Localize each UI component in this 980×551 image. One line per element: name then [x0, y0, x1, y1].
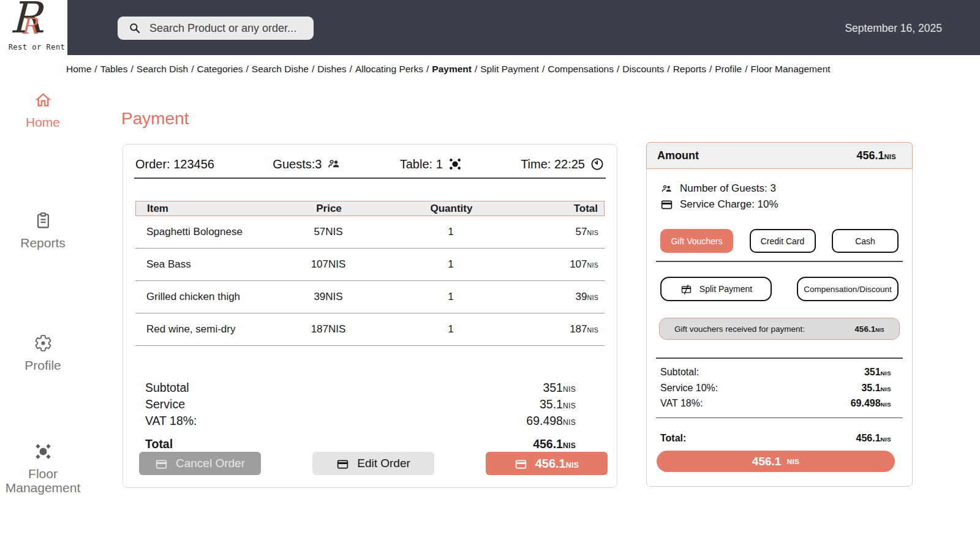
split-card-icon — [680, 283, 693, 296]
total-value: 456.1NIS — [533, 437, 576, 453]
breadcrumb-item-reports[interactable]: Reports — [673, 64, 706, 74]
top-bar: September 16, 2025 — [67, 0, 980, 55]
column-header-total: Total — [503, 203, 604, 215]
order-table: Table: 1 — [400, 157, 462, 171]
guests-info-text: Number of Guests: 3 — [680, 181, 776, 197]
credit-card-icon — [514, 458, 527, 469]
subtotal-row: Subtotal 351NIS — [132, 380, 608, 397]
column-header-price: Price — [258, 203, 399, 215]
breadcrumb-item-allocating-perks[interactable]: Allocating Perks — [355, 64, 423, 74]
sidebar-item-home[interactable]: Home — [0, 91, 86, 129]
breadcrumb-separator: / — [667, 64, 669, 74]
cash-button[interactable]: Cash — [832, 229, 899, 253]
breadcrumb-item-search-dishe[interactable]: Search Dishe — [252, 64, 309, 74]
sidebar-item-label: Floor Management — [0, 467, 86, 495]
breadcrumb-item-payment[interactable]: Payment — [432, 64, 472, 74]
breadcrumb-item-categories[interactable]: Categories — [197, 64, 243, 74]
item-quantity: 1 — [399, 291, 503, 303]
compensation-discount-button[interactable]: Compensation/Discount — [797, 277, 899, 301]
breadcrumb-item-home[interactable]: Home — [66, 64, 91, 74]
breadcrumb-separator: / — [617, 64, 619, 74]
credit-card-icon — [660, 198, 673, 211]
table-row: Sea Bass 107NIS 1 107NIS — [135, 249, 605, 281]
breadcrumb-item-profile[interactable]: Profile — [715, 64, 742, 74]
service-row: Service 35.1NIS — [132, 397, 608, 413]
pay-amount: 456.1NIS — [535, 457, 579, 471]
service-charge-line: Service Charge: 10% — [660, 197, 899, 212]
table-icon — [448, 157, 462, 171]
split-payment-button[interactable]: Split Payment — [660, 277, 772, 301]
search-icon — [129, 22, 141, 34]
gift-vouchers-button[interactable]: Gift Vouchers — [660, 229, 733, 253]
subtotal-row: Subtotal: 351NIS — [660, 365, 899, 381]
credit-card-icon — [336, 458, 349, 469]
table-row: Grilled chicken thigh 39NIS 1 39NIS — [135, 281, 605, 313]
amount-totals: Subtotal: 351NIS Service 10%: 35.1NIS VA… — [660, 365, 899, 412]
guests-icon — [660, 182, 673, 195]
column-header-quantity: Quantity — [399, 203, 503, 215]
item-total: 187NIS — [503, 323, 605, 335]
total-row: Total 456.1NIS — [132, 437, 608, 453]
amount-body: Number of Guests: 3 Service Charge: 10% … — [647, 181, 912, 447]
guests-label: Guests:3 — [273, 157, 322, 171]
vat-value: 69.498NIS — [526, 413, 576, 430]
clock-icon — [590, 157, 605, 171]
breadcrumb-separator: / — [426, 64, 429, 74]
breadcrumb-separator: / — [130, 64, 133, 74]
breadcrumb-item-search-dish[interactable]: Search Dish — [137, 64, 188, 74]
sidebar-item-profile[interactable]: Profile — [0, 334, 86, 372]
divider — [656, 261, 903, 262]
edit-order-button[interactable]: Edit Order — [312, 452, 434, 475]
item-price: 39NIS — [258, 291, 399, 303]
search-input[interactable] — [149, 22, 306, 35]
sidebar-item-reports[interactable]: Reports — [0, 211, 86, 250]
vat-row: VAT 18%: 69.498NIS — [660, 396, 899, 412]
breadcrumb-separator: / — [246, 64, 249, 74]
breadcrumb-item-split-payment[interactable]: Split Payment — [480, 64, 539, 74]
item-quantity: 1 — [399, 323, 503, 335]
breadcrumb-item-discounts[interactable]: Discounts — [622, 64, 664, 74]
table-label: Table: 1 — [400, 157, 443, 171]
breadcrumb-item-tables[interactable]: Tables — [100, 64, 128, 74]
service-label: Service 10%: — [660, 381, 718, 395]
order-guests: Guests:3 — [273, 157, 341, 171]
item-total: 57NIS — [503, 226, 605, 238]
subtotal-value: 351NIS — [543, 380, 576, 397]
order-time: Time: 22:25 — [521, 157, 605, 171]
amount-panel: Amount 456.1NIS Number of Guests: 3 Serv… — [646, 142, 913, 487]
order-number-label: Order: 123456 — [135, 157, 214, 171]
item-price: 187NIS — [258, 323, 399, 335]
order-actions: Cancel Order Edit Order 456.1NIS — [139, 452, 608, 475]
brand-logo[interactable]: R R Rest or Rent — [0, 0, 67, 56]
breadcrumb: Home/Tables/Search Dish/Categories/Searc… — [66, 64, 831, 75]
confirm-payment-button[interactable]: 456.1 NIS — [657, 451, 895, 472]
total-label: Total — [145, 437, 173, 451]
breadcrumb-separator: / — [475, 64, 477, 74]
cancel-order-button[interactable]: Cancel Order — [139, 452, 261, 475]
divider — [656, 418, 903, 419]
current-date: September 16, 2025 — [845, 22, 942, 35]
breadcrumb-separator: / — [745, 64, 747, 74]
table-row: Red wine, semi-dry 187NIS 1 187NIS — [135, 313, 605, 346]
order-summary: Subtotal 351NIS Service 35.1NIS VAT 18%:… — [132, 380, 608, 453]
breadcrumb-item-floor-management[interactable]: Floor Management — [750, 64, 830, 74]
search-box[interactable] — [118, 17, 314, 40]
order-header: Order: 123456 Guests:3 Table: 1 Time: 22… — [135, 157, 605, 171]
time-label: Time: 22:25 — [521, 157, 585, 171]
sidebar-item-floor-management[interactable]: Floor Management — [0, 442, 86, 495]
grand-total-label: Total: — [660, 431, 686, 446]
service-label: Service — [145, 397, 185, 411]
item-name: Grilled chicken thigh — [135, 291, 258, 303]
breadcrumb-separator: / — [350, 64, 352, 74]
voucher-value: 456.1NIS — [854, 324, 884, 334]
gear-icon — [34, 334, 53, 353]
amount-title: Amount — [657, 149, 699, 162]
breadcrumb-item-dishes[interactable]: Dishes — [317, 64, 346, 74]
breadcrumb-item-compensations[interactable]: Compensations — [548, 64, 614, 74]
breadcrumb-separator: / — [542, 64, 545, 74]
credit-card-button[interactable]: Credit Card — [750, 229, 816, 253]
item-name: Red wine, semi-dry — [135, 323, 258, 335]
sidebar-item-label: Reports — [20, 236, 66, 250]
pay-order-button[interactable]: 456.1NIS — [486, 452, 608, 475]
order-number: Order: 123456 — [135, 157, 214, 171]
